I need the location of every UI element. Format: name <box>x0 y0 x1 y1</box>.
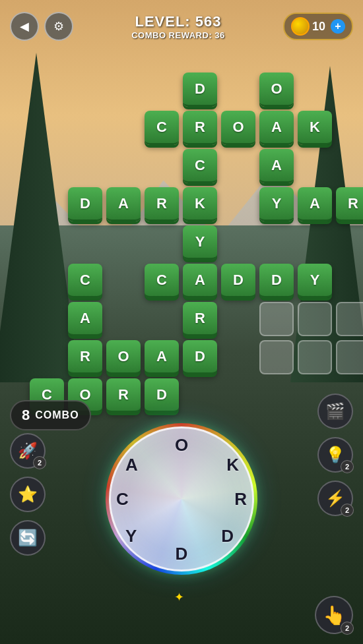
hand-button[interactable]: 👆 2 <box>315 596 353 634</box>
tile-D-5-8[interactable]: D <box>183 340 217 374</box>
coin-icon <box>291 17 310 36</box>
sparkle-star: ✦ <box>174 590 184 604</box>
wheel-letter-A[interactable]: A <box>125 455 138 475</box>
star-button[interactable]: ⭐ <box>10 477 46 512</box>
wheel-letter-R[interactable]: R <box>234 489 247 510</box>
combo-reward-label: COMBO REWARD: 36 <box>73 30 283 40</box>
tile-D-6-6[interactable]: D <box>221 264 255 298</box>
header-right: 10 + <box>283 13 353 40</box>
tile-K-8-2[interactable]: K <box>298 111 332 145</box>
tile-empty-7-7 <box>259 302 294 336</box>
tile-A-8-4[interactable]: A <box>298 187 332 221</box>
tile-empty-8-7 <box>298 302 332 336</box>
refresh-button[interactable]: 🔄 <box>10 520 46 556</box>
wheel-letter-K[interactable]: K <box>226 455 239 475</box>
tile-R-5-2[interactable]: R <box>183 111 217 145</box>
tile-R-9-4[interactable]: R <box>336 187 363 221</box>
board-grid: DOCROAKCADARKYARDYCACADDYRROADCORD <box>16 66 346 395</box>
tile-empty-9-8 <box>336 340 363 374</box>
tile-C-2-6[interactable]: C <box>68 264 102 298</box>
bottom-area: 8 COMBO 🎬 💡 2 ⚡ 2 🚀 2 ⭐ 🔄 <box>0 394 363 644</box>
combo-number: 8 <box>22 407 30 424</box>
lightning-badge: 2 <box>341 504 354 517</box>
header-left: ◀ ⚙ <box>10 12 73 41</box>
wheel-letter-D-bottom[interactable]: D <box>176 544 188 564</box>
wheel-background: O K R D D Y C A <box>109 426 254 571</box>
header: ◀ ⚙ LEVEL: 563 COMBO REWARD: 36 10 + <box>0 0 363 53</box>
tile-A-7-3[interactable]: A <box>259 149 294 183</box>
wheel-letter-Y[interactable]: Y <box>125 526 137 546</box>
game-board: DOCROAKCADARKYARDYCACADDYRROADCORD <box>0 56 363 405</box>
coin-count: 10 <box>312 20 325 34</box>
tile-O-7-1[interactable]: O <box>259 73 294 107</box>
back-button[interactable]: ◀ <box>10 12 39 41</box>
tile-A-2-7[interactable]: A <box>68 302 102 336</box>
wheel-letter-D-right[interactable]: D <box>221 526 234 546</box>
tile-Y-7-4[interactable]: Y <box>259 187 294 221</box>
hint-badge: 2 <box>341 460 354 473</box>
tile-A-4-8[interactable]: A <box>145 340 179 374</box>
tile-C-4-6[interactable]: C <box>145 264 179 298</box>
settings-button[interactable]: ⚙ <box>44 12 73 41</box>
tile-K-5-4[interactable]: K <box>183 187 217 221</box>
side-icons-right: 🎬 💡 2 ⚡ 2 <box>317 394 353 516</box>
tile-O-3-8[interactable]: O <box>106 340 141 374</box>
tile-D-5-1[interactable]: D <box>183 73 217 107</box>
wheel-letter-O[interactable]: O <box>175 435 188 455</box>
hand-badge: 2 <box>341 622 354 635</box>
tile-D-2-4[interactable]: D <box>68 187 102 221</box>
video-button[interactable]: 🎬 <box>317 394 353 429</box>
combo-bar: 8 COMBO <box>10 400 91 430</box>
rocket-badge: 2 <box>33 456 46 469</box>
combo-label: COMBO <box>35 409 79 421</box>
tile-C-5-3[interactable]: C <box>183 149 217 183</box>
tile-D-7-6[interactable]: D <box>259 264 294 298</box>
tile-Y-8-6[interactable]: Y <box>298 264 332 298</box>
lightning-button[interactable]: ⚡ 2 <box>317 481 353 516</box>
tile-C-4-2[interactable]: C <box>145 111 179 145</box>
tile-A-3-4[interactable]: A <box>106 187 141 221</box>
tile-A-5-6[interactable]: A <box>183 264 217 298</box>
tile-R-4-4[interactable]: R <box>145 187 179 221</box>
tile-O-6-2[interactable]: O <box>221 111 255 145</box>
hint-button[interactable]: 💡 2 <box>317 437 353 473</box>
tile-empty-9-7 <box>336 302 363 336</box>
wheel-letter-C[interactable]: C <box>116 489 129 510</box>
tile-empty-7-8 <box>259 340 294 374</box>
tile-empty-8-8 <box>298 340 332 374</box>
letter-wheel[interactable]: O K R D D Y C A <box>109 426 254 571</box>
tile-A-7-2[interactable]: A <box>259 111 294 145</box>
header-center: LEVEL: 563 COMBO REWARD: 36 <box>73 13 283 40</box>
tile-R-2-8[interactable]: R <box>68 340 102 374</box>
level-title: LEVEL: 563 <box>73 13 283 30</box>
side-icons-left: 🚀 2 ⭐ 🔄 <box>10 433 46 556</box>
rocket-button[interactable]: 🚀 2 <box>10 433 46 469</box>
tile-Y-5-5[interactable]: Y <box>183 225 217 260</box>
tile-R-5-7[interactable]: R <box>183 302 217 336</box>
coin-badge: 10 + <box>283 13 353 40</box>
add-coins-button[interactable]: + <box>331 19 345 34</box>
